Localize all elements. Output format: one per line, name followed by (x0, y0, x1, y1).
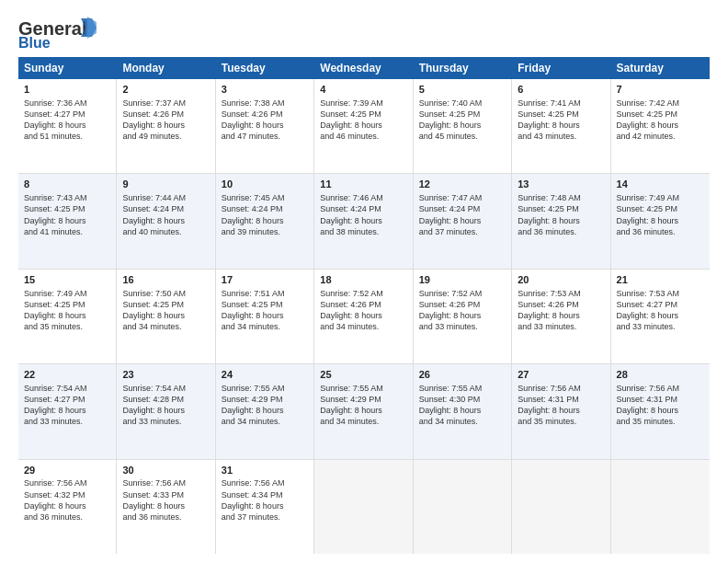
cal-cell-r3-c3: 25Sunrise: 7:55 AM Sunset: 4:29 PM Dayli… (314, 364, 413, 458)
cal-cell-r0-c1: 2Sunrise: 7:37 AM Sunset: 4:26 PM Daylig… (117, 79, 215, 173)
day-number: 11 (320, 178, 406, 191)
cal-cell-r0-c0: 1Sunrise: 7:36 AM Sunset: 4:27 PM Daylig… (18, 79, 117, 173)
day-info: Sunrise: 7:54 AM Sunset: 4:28 PM Dayligh… (122, 383, 209, 428)
logo-icon: General Blue (18, 15, 101, 50)
header-friday: Friday (512, 57, 610, 79)
cal-cell-r3-c5: 27Sunrise: 7:56 AM Sunset: 4:31 PM Dayli… (512, 364, 610, 458)
header-sunday: Sunday (18, 57, 117, 79)
day-number: 26 (419, 368, 506, 382)
day-number: 16 (122, 273, 209, 287)
day-number: 7 (617, 83, 704, 97)
day-info: Sunrise: 7:54 AM Sunset: 4:27 PM Dayligh… (24, 383, 110, 428)
cal-cell-r4-c3 (314, 460, 413, 554)
cal-cell-r4-c1: 30Sunrise: 7:56 AM Sunset: 4:33 PM Dayli… (117, 460, 215, 554)
day-number: 3 (222, 83, 308, 97)
day-number: 6 (518, 83, 604, 97)
cal-cell-r0-c5: 6Sunrise: 7:41 AM Sunset: 4:25 PM Daylig… (512, 79, 610, 173)
day-number: 29 (24, 464, 110, 477)
cal-cell-r1-c0: 8Sunrise: 7:43 AM Sunset: 4:25 PM Daylig… (18, 174, 117, 268)
cal-cell-r1-c3: 11Sunrise: 7:46 AM Sunset: 4:24 PM Dayli… (314, 174, 413, 268)
cal-cell-r2-c4: 19Sunrise: 7:52 AM Sunset: 4:26 PM Dayli… (414, 270, 512, 363)
calendar-row-5: 29Sunrise: 7:56 AM Sunset: 4:32 PM Dayli… (18, 460, 710, 554)
cal-cell-r0-c2: 3Sunrise: 7:38 AM Sunset: 4:26 PM Daylig… (216, 79, 314, 173)
header-thursday: Thursday (414, 57, 512, 79)
cal-cell-r2-c5: 20Sunrise: 7:53 AM Sunset: 4:26 PM Dayli… (512, 270, 610, 363)
day-number: 1 (24, 83, 110, 97)
calendar-row-4: 22Sunrise: 7:54 AM Sunset: 4:27 PM Dayli… (18, 364, 710, 459)
day-info: Sunrise: 7:55 AM Sunset: 4:29 PM Dayligh… (320, 383, 406, 428)
day-info: Sunrise: 7:50 AM Sunset: 4:25 PM Dayligh… (122, 288, 209, 333)
day-info: Sunrise: 7:55 AM Sunset: 4:30 PM Dayligh… (419, 383, 506, 428)
day-info: Sunrise: 7:49 AM Sunset: 4:25 PM Dayligh… (617, 192, 704, 237)
cal-cell-r1-c1: 9Sunrise: 7:44 AM Sunset: 4:24 PM Daylig… (117, 174, 215, 268)
cal-cell-r3-c1: 23Sunrise: 7:54 AM Sunset: 4:28 PM Dayli… (117, 364, 215, 458)
calendar-header: Sunday Monday Tuesday Wednesday Thursday… (18, 57, 710, 79)
day-number: 17 (222, 273, 308, 287)
day-number: 19 (419, 273, 506, 287)
calendar: Sunday Monday Tuesday Wednesday Thursday… (18, 57, 710, 554)
day-info: Sunrise: 7:40 AM Sunset: 4:25 PM Dayligh… (419, 98, 506, 143)
day-number: 25 (320, 368, 406, 382)
header-monday: Monday (117, 57, 215, 79)
day-info: Sunrise: 7:56 AM Sunset: 4:32 PM Dayligh… (24, 477, 110, 523)
calendar-row-3: 15Sunrise: 7:49 AM Sunset: 4:25 PM Dayli… (18, 270, 710, 364)
svg-text:Blue: Blue (18, 35, 51, 50)
header-saturday: Saturday (611, 57, 710, 79)
day-number: 4 (320, 83, 406, 97)
day-info: Sunrise: 7:52 AM Sunset: 4:26 PM Dayligh… (419, 288, 506, 333)
day-info: Sunrise: 7:42 AM Sunset: 4:25 PM Dayligh… (617, 98, 704, 143)
day-number: 23 (122, 368, 209, 382)
day-number: 13 (518, 178, 604, 191)
cal-cell-r0-c3: 4Sunrise: 7:39 AM Sunset: 4:25 PM Daylig… (314, 79, 413, 173)
day-info: Sunrise: 7:48 AM Sunset: 4:25 PM Dayligh… (518, 192, 604, 237)
cal-cell-r3-c6: 28Sunrise: 7:56 AM Sunset: 4:31 PM Dayli… (611, 364, 710, 458)
cal-cell-r2-c6: 21Sunrise: 7:53 AM Sunset: 4:27 PM Dayli… (611, 270, 710, 363)
day-number: 5 (419, 83, 506, 97)
cal-cell-r3-c4: 26Sunrise: 7:55 AM Sunset: 4:30 PM Dayli… (414, 364, 512, 458)
header: General Blue (18, 15, 710, 50)
day-info: Sunrise: 7:56 AM Sunset: 4:33 PM Dayligh… (122, 477, 209, 523)
svg-marker-3 (87, 17, 97, 39)
calendar-body: 1Sunrise: 7:36 AM Sunset: 4:27 PM Daylig… (18, 79, 710, 554)
cal-cell-r4-c2: 31Sunrise: 7:56 AM Sunset: 4:34 PM Dayli… (216, 460, 314, 554)
cal-cell-r1-c4: 12Sunrise: 7:47 AM Sunset: 4:24 PM Dayli… (414, 174, 512, 268)
day-number: 18 (320, 273, 406, 287)
day-number: 9 (122, 178, 209, 191)
logo: General Blue (18, 15, 101, 50)
day-number: 22 (24, 368, 110, 382)
day-info: Sunrise: 7:43 AM Sunset: 4:25 PM Dayligh… (24, 192, 110, 237)
cal-cell-r1-c6: 14Sunrise: 7:49 AM Sunset: 4:25 PM Dayli… (611, 174, 710, 268)
cal-cell-r4-c5 (512, 460, 610, 554)
day-number: 2 (122, 83, 209, 97)
cal-cell-r1-c2: 10Sunrise: 7:45 AM Sunset: 4:24 PM Dayli… (216, 174, 314, 268)
day-info: Sunrise: 7:47 AM Sunset: 4:24 PM Dayligh… (419, 192, 506, 237)
day-info: Sunrise: 7:56 AM Sunset: 4:31 PM Dayligh… (518, 383, 604, 428)
header-tuesday: Tuesday (216, 57, 314, 79)
day-info: Sunrise: 7:45 AM Sunset: 4:24 PM Dayligh… (222, 192, 308, 237)
cal-cell-r2-c0: 15Sunrise: 7:49 AM Sunset: 4:25 PM Dayli… (18, 270, 117, 363)
day-number: 15 (24, 273, 110, 287)
day-number: 20 (518, 273, 604, 287)
day-info: Sunrise: 7:56 AM Sunset: 4:34 PM Dayligh… (222, 477, 308, 523)
day-number: 27 (518, 368, 604, 382)
day-info: Sunrise: 7:53 AM Sunset: 4:26 PM Dayligh… (518, 288, 604, 333)
day-info: Sunrise: 7:52 AM Sunset: 4:26 PM Dayligh… (320, 288, 406, 333)
day-info: Sunrise: 7:53 AM Sunset: 4:27 PM Dayligh… (617, 288, 704, 333)
cal-cell-r3-c0: 22Sunrise: 7:54 AM Sunset: 4:27 PM Dayli… (18, 364, 117, 458)
day-number: 24 (222, 368, 308, 382)
day-number: 8 (24, 178, 110, 191)
cal-cell-r1-c5: 13Sunrise: 7:48 AM Sunset: 4:25 PM Dayli… (512, 174, 610, 268)
day-info: Sunrise: 7:51 AM Sunset: 4:25 PM Dayligh… (222, 288, 308, 333)
day-number: 10 (222, 178, 308, 191)
day-number: 28 (617, 368, 704, 382)
day-number: 30 (122, 464, 209, 477)
page: General Blue Sunday Monday Tuesday Wedne… (0, 0, 728, 563)
day-number: 21 (617, 273, 704, 287)
cal-cell-r3-c2: 24Sunrise: 7:55 AM Sunset: 4:29 PM Dayli… (216, 364, 314, 458)
day-number: 14 (617, 178, 704, 191)
calendar-row-1: 1Sunrise: 7:36 AM Sunset: 4:27 PM Daylig… (18, 79, 710, 174)
day-info: Sunrise: 7:46 AM Sunset: 4:24 PM Dayligh… (320, 192, 406, 237)
header-wednesday: Wednesday (314, 57, 413, 79)
cal-cell-r0-c4: 5Sunrise: 7:40 AM Sunset: 4:25 PM Daylig… (414, 79, 512, 173)
day-number: 12 (419, 178, 506, 191)
